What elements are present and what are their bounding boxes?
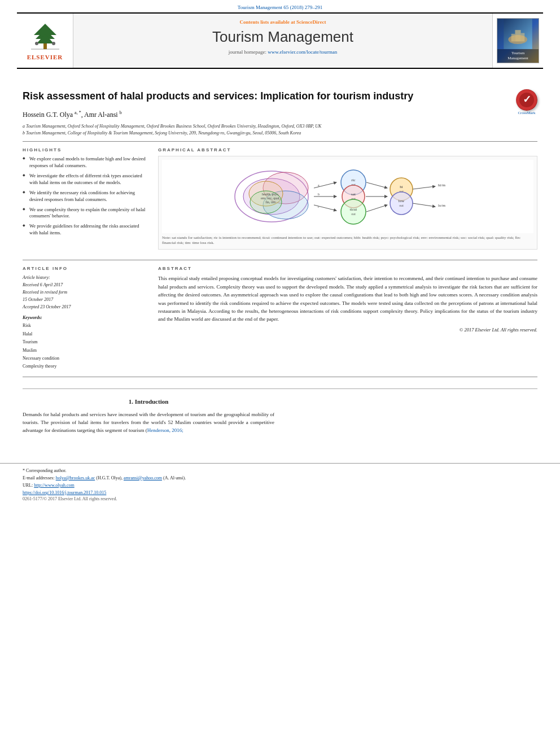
- footer-corresponding: * Corresponding author.: [23, 468, 537, 473]
- keyword-1: Risk: [23, 323, 31, 328]
- journal-homepage: journal homepage: www.elsevier.com/locat…: [85, 49, 481, 55]
- svg-text:lo/m: lo/m: [438, 203, 445, 208]
- crossmark-area: ✓ CrossMark: [516, 89, 537, 115]
- affiliation-b: b Tourism Management, College of Hospita…: [23, 130, 537, 136]
- intro-paragraph-left: Demands for halal products and services …: [23, 410, 274, 435]
- highlight-item-4: We use complexity theory to explain the …: [23, 207, 147, 220]
- svg-line-26: [314, 205, 336, 211]
- url-link[interactable]: http://www.olyah.com: [34, 483, 74, 488]
- highlight-item-5: We provide guidelines for addressing the…: [23, 223, 147, 237]
- keyword-4: Muslim: [23, 348, 37, 353]
- svg-text:out: out: [351, 212, 356, 216]
- svg-line-48: [413, 186, 435, 189]
- revised-date: 15 October 2017: [23, 297, 53, 302]
- footer-doi: https://doi.org/10.1016/j.tourman.2017.1…: [23, 490, 537, 495]
- main-content: ✓ CrossMark Risk assessment of halal pro…: [0, 69, 560, 446]
- graphical-abstract-label: GRAPHICAL ABSTRACT: [158, 147, 537, 152]
- author-olya: Hossein G.T. Olya a, *: [23, 111, 81, 119]
- svg-text:ric: ric: [351, 178, 355, 182]
- abstract-col: ABSTRACT This empirical study entailed p…: [158, 266, 537, 370]
- svg-text:fin, tim: fin, tim: [265, 200, 275, 204]
- article-info-label: ARTICLE INFO: [23, 266, 147, 271]
- received-revised-label: Received in revised form: [23, 290, 67, 295]
- page-footer: * Corresponding author. E-mail addresses…: [0, 463, 560, 506]
- svg-text:env, soc, qual,: env, soc, qual,: [261, 196, 281, 200]
- keyword-2: Halal: [23, 331, 32, 337]
- crossmark-icon: ✓: [516, 89, 537, 111]
- col-right-graphical-abstract: GRAPHICAL ABSTRACT h: [158, 147, 537, 254]
- header-center: Contents lists available at ScienceDirec…: [73, 14, 492, 68]
- graphical-abstract-image: health, psyc, env, soc, qual, fin, tim a…: [162, 160, 533, 233]
- intro-text-right: [286, 410, 537, 435]
- thumbnail-image: [497, 19, 539, 49]
- info-abstract-section: ARTICLE INFO Article history: Received 6…: [23, 266, 537, 370]
- keywords-list: Risk Halal Tourism Muslim Necessary cond…: [23, 322, 147, 370]
- svg-point-5: [35, 42, 38, 45]
- divider-2: [23, 260, 537, 260]
- svg-text:✓: ✓: [523, 94, 531, 105]
- keyword-3: Tourism: [23, 339, 38, 344]
- introduction-section: 1. Introduction Demands for halal produc…: [23, 388, 537, 435]
- email-link-2[interactable]: amransi@yahoo.com: [124, 475, 162, 480]
- intro-right: [286, 398, 537, 410]
- authors-line: Hossein G.T. Olya a, *, Amr Al-ansi b: [23, 110, 537, 119]
- elsevier-logo: ELSEVIER: [25, 21, 65, 60]
- abstract-label: ABSTRACT: [158, 266, 537, 271]
- graphical-abstract-caption: Note: sat stands for satisfaction; ric i…: [162, 235, 533, 246]
- journal-header: ELSEVIER Contents lists available at Sci…: [17, 12, 543, 69]
- svg-rect-11: [521, 33, 525, 42]
- history-label: Article history:: [23, 275, 50, 280]
- intro-citation-link[interactable]: Henderson, 2016;: [147, 427, 183, 433]
- email-link-1[interactable]: holya@brookes.uk.ac: [56, 475, 95, 480]
- affiliation-a: a Tourism Management, Oxford School of H…: [23, 124, 537, 129]
- doi-link[interactable]: https://doi.org/10.1016/j.tourman.2017.1…: [23, 490, 106, 495]
- col-left-highlights: HIGHLIGHTS We explore causal models to f…: [23, 147, 147, 254]
- abstract-text: This empirical study entailed proposing …: [158, 274, 537, 323]
- svg-text:c: c: [318, 205, 320, 208]
- svg-line-49: [413, 203, 435, 207]
- intro-text-left: Demands for halal products and services …: [23, 410, 274, 435]
- svg-text:ticui: ticui: [350, 207, 357, 212]
- journal-title: Tourism Management: [85, 28, 481, 46]
- highlight-item-2: We investigate the effects of different …: [23, 173, 147, 186]
- highlights-label: HIGHLIGHTS: [23, 147, 147, 152]
- keywords-section: Keywords: Risk Halal Tourism Muslim Nece…: [23, 315, 147, 370]
- svg-text:health, psyc,: health, psyc,: [262, 193, 279, 196]
- svg-line-39: [366, 182, 387, 188]
- footer-email: E-mail addresses: holya@brookes.uk.ac (H…: [23, 475, 537, 480]
- svg-rect-10: [511, 34, 515, 41]
- svg-text:hi: hi: [400, 185, 403, 189]
- intro-left: 1. Introduction: [23, 398, 274, 410]
- divider-1: [23, 141, 537, 142]
- thumbnail-label: TourismManagement: [497, 49, 539, 63]
- article-history: Article history: Received 6 April 2017 R…: [23, 274, 147, 311]
- crossmark-label: CrossMark: [516, 111, 537, 115]
- elsevier-text: ELSEVIER: [27, 54, 63, 60]
- intro-title: 1. Introduction: [23, 398, 274, 405]
- abstract-copyright: © 2017 Elsevier Ltd. All rights reserved…: [158, 327, 537, 333]
- highlights-list: We explore causal models to formulate hi…: [23, 156, 147, 237]
- received-date: Received 6 April 2017: [23, 282, 63, 287]
- journal-thumbnail-container: TourismManagement: [492, 14, 543, 68]
- svg-text:b: b: [318, 193, 320, 196]
- sciencedirect-line: Contents lists available at ScienceDirec…: [85, 19, 481, 25]
- svg-point-36: [341, 199, 366, 224]
- author-alansi: Amr Al-ansi b: [84, 111, 122, 119]
- svg-rect-9: [515, 30, 520, 41]
- highlight-item-1: We explore causal models to formulate hi…: [23, 156, 147, 169]
- footer-rights: 0261-5177/© 2017 Elsevier Ltd. All right…: [23, 496, 537, 501]
- journal-reference-text: Tourism Management 65 (2018) 279–291: [238, 5, 322, 10]
- article-info-col: ARTICLE INFO Article history: Received 6…: [23, 266, 147, 370]
- svg-line-41: [366, 205, 387, 212]
- sciencedirect-link[interactable]: ScienceDirect: [296, 19, 326, 25]
- journal-thumbnail: TourismManagement: [497, 18, 539, 63]
- homepage-url[interactable]: www.elsevier.com/locate/tourman: [268, 49, 337, 55]
- svg-line-24: [314, 182, 336, 188]
- intro-text-cols: Demands for halal products and services …: [23, 410, 537, 435]
- keywords-label: Keywords:: [23, 315, 147, 320]
- highlight-item-3: We identify the necessary risk condition…: [23, 190, 147, 203]
- elsevier-logo-container: ELSEVIER: [17, 14, 73, 68]
- divider-3: [23, 377, 537, 377]
- keyword-5: Necessary condition: [23, 356, 59, 361]
- svg-text:a: a: [318, 184, 320, 187]
